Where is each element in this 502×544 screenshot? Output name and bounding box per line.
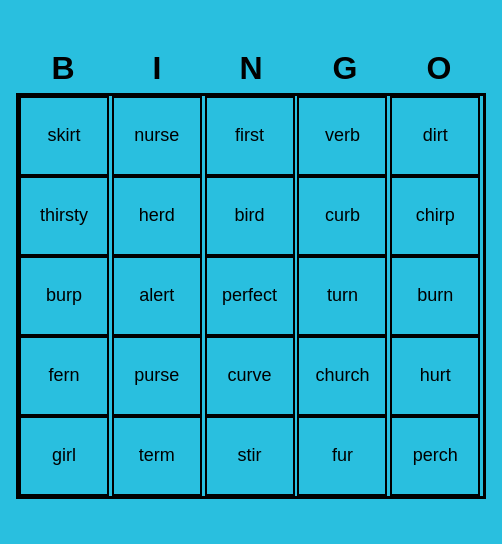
bingo-cell-r3-c1[interactable]: purse [112, 336, 202, 416]
bingo-cell-r0-c0[interactable]: skirt [19, 96, 109, 176]
bingo-cell-r4-c2[interactable]: stir [205, 416, 295, 496]
bingo-cell-r1-c1[interactable]: herd [112, 176, 202, 256]
bingo-cell-r2-c3[interactable]: turn [297, 256, 387, 336]
bingo-cell-r1-c4[interactable]: chirp [390, 176, 480, 256]
bingo-cell-r1-c3[interactable]: curb [297, 176, 387, 256]
bingo-cell-r0-c1[interactable]: nurse [112, 96, 202, 176]
bingo-cell-r2-c2[interactable]: perfect [205, 256, 295, 336]
bingo-cell-r3-c0[interactable]: fern [19, 336, 109, 416]
bingo-cell-r3-c3[interactable]: church [297, 336, 387, 416]
bingo-cell-r1-c0[interactable]: thirsty [19, 176, 109, 256]
bingo-card: BINGO skirtnursefirstverbdirtthirstyherd… [16, 46, 486, 499]
bingo-cell-r3-c2[interactable]: curve [205, 336, 295, 416]
bingo-cell-r4-c4[interactable]: perch [390, 416, 480, 496]
bingo-cell-r2-c0[interactable]: burp [19, 256, 109, 336]
bingo-cell-r4-c0[interactable]: girl [19, 416, 109, 496]
header-letter-n: N [208, 50, 294, 87]
bingo-cell-r2-c4[interactable]: burn [390, 256, 480, 336]
bingo-cell-r1-c2[interactable]: bird [205, 176, 295, 256]
header-letter-i: I [114, 50, 200, 87]
bingo-header: BINGO [16, 46, 486, 93]
header-letter-o: O [396, 50, 482, 87]
bingo-cell-r0-c2[interactable]: first [205, 96, 295, 176]
bingo-cell-r3-c4[interactable]: hurt [390, 336, 480, 416]
bingo-cell-r4-c3[interactable]: fur [297, 416, 387, 496]
bingo-grid: skirtnursefirstverbdirtthirstyherdbirdcu… [16, 93, 486, 499]
header-letter-g: G [302, 50, 388, 87]
bingo-cell-r2-c1[interactable]: alert [112, 256, 202, 336]
bingo-cell-r0-c4[interactable]: dirt [390, 96, 480, 176]
bingo-cell-r4-c1[interactable]: term [112, 416, 202, 496]
header-letter-b: B [20, 50, 106, 87]
bingo-cell-r0-c3[interactable]: verb [297, 96, 387, 176]
